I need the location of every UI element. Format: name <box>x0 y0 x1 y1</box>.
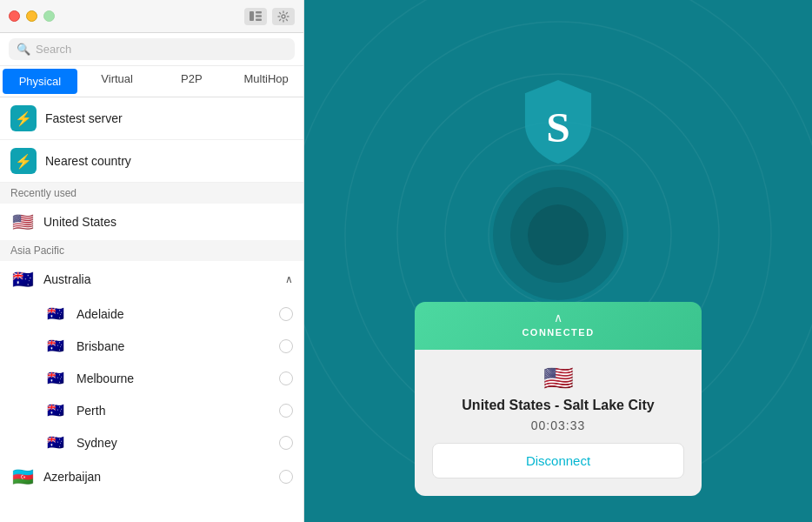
search-bar: 🔍 <box>0 33 303 66</box>
flag-perth: 🇦🇺 <box>43 402 68 418</box>
nearest-country-label: Nearest country <box>45 154 131 168</box>
svg-rect-1 <box>256 11 262 14</box>
city-row-adelaide[interactable]: 🇦🇺 Adelaide <box>0 298 303 330</box>
settings-button[interactable] <box>272 8 295 25</box>
city-name-adelaide: Adelaide <box>77 307 270 321</box>
server-list: ⚡ Fastest server ⚡ Nearest country Recen… <box>0 97 303 522</box>
sidebar: 🔍 Physical Virtual P2P MultiHop ⚡ Fastes… <box>0 0 304 522</box>
sidebar-toggle-button[interactable] <box>244 8 267 25</box>
flag-melbourne: 🇦🇺 <box>43 370 68 386</box>
tab-p2p[interactable]: P2P <box>155 66 230 97</box>
radio-adelaide[interactable] <box>279 307 293 321</box>
city-name-sydney: Sydney <box>77 436 270 450</box>
radio-azerbaijan[interactable] <box>279 470 293 484</box>
app-logo: S <box>519 78 597 165</box>
fastest-server-row[interactable]: ⚡ Fastest server <box>0 97 303 140</box>
main-panel: S ∧ CONNECTED 🇺🇸 United States - Salt La… <box>304 0 812 522</box>
chevron-up-icon: ∧ <box>285 273 293 285</box>
tab-multihop[interactable]: MultiHop <box>229 66 303 97</box>
minimize-traffic-light[interactable] <box>26 10 37 22</box>
search-icon: 🔍 <box>17 43 30 56</box>
city-row-melbourne[interactable]: 🇦🇺 Melbourne <box>0 362 303 394</box>
city-name-perth: Perth <box>77 404 270 418</box>
svg-point-12 <box>528 204 589 265</box>
fastest-server-label: Fastest server <box>45 111 123 125</box>
flag-australia: 🇦🇺 <box>10 269 35 290</box>
bolt-icon-fastest: ⚡ <box>10 105 37 131</box>
city-row-sydney[interactable]: 🇦🇺 Sydney <box>0 426 303 458</box>
titlebar <box>0 0 303 33</box>
country-row-us[interactable]: 🇺🇸 United States <box>0 204 303 240</box>
country-name-azerbaijan: Azerbaijan <box>43 470 270 484</box>
country-name-us: United States <box>43 215 293 229</box>
radio-perth[interactable] <box>279 404 293 418</box>
svg-rect-0 <box>250 11 254 21</box>
disconnect-button[interactable]: Disconnect <box>432 443 684 478</box>
info-flag: 🇺🇸 <box>543 364 574 392</box>
flag-azerbaijan: 🇦🇿 <box>10 466 35 487</box>
info-timer: 00:03:33 <box>531 418 586 432</box>
nearest-country-row[interactable]: ⚡ Nearest country <box>0 140 303 183</box>
connected-status-label: CONNECTED <box>522 327 594 338</box>
search-input[interactable] <box>36 43 287 56</box>
svg-point-4 <box>282 15 285 18</box>
radio-brisbane[interactable] <box>279 339 293 353</box>
country-name-australia: Australia <box>43 272 276 286</box>
connected-card-wrap: ∧ CONNECTED 🇺🇸 United States - Salt Lake… <box>304 302 812 522</box>
tab-physical[interactable]: Physical <box>3 69 77 94</box>
flag-adelaide: 🇦🇺 <box>43 305 68 322</box>
flag-us: 🇺🇸 <box>10 211 35 232</box>
city-row-perth[interactable]: 🇦🇺 Perth <box>0 394 303 426</box>
city-name-melbourne: Melbourne <box>77 371 270 385</box>
info-card: 🇺🇸 United States - Salt Lake City 00:03:… <box>415 350 702 496</box>
close-traffic-light[interactable] <box>9 10 20 22</box>
section-recently-used: Recently used <box>0 183 303 204</box>
search-input-wrap: 🔍 <box>9 38 295 60</box>
svg-rect-3 <box>256 19 262 22</box>
country-row-azerbaijan[interactable]: 🇦🇿 Azerbaijan <box>0 458 303 495</box>
flag-sydney: 🇦🇺 <box>43 434 68 451</box>
bolt-icon-nearest: ⚡ <box>10 148 37 174</box>
country-row-australia[interactable]: 🇦🇺 Australia ∧ <box>0 261 303 298</box>
radio-sydney[interactable] <box>279 436 293 450</box>
svg-rect-2 <box>256 15 262 17</box>
tab-bar: Physical Virtual P2P MultiHop <box>0 66 303 97</box>
svg-text:S: S <box>546 104 570 151</box>
section-asia-pacific: Asia Pacific <box>0 240 303 261</box>
connected-banner: ∧ CONNECTED <box>415 302 702 350</box>
tab-virtual[interactable]: Virtual <box>80 66 155 97</box>
info-location: United States - Salt Lake City <box>462 398 654 413</box>
flag-brisbane: 🇦🇺 <box>43 338 68 354</box>
city-row-brisbane[interactable]: 🇦🇺 Brisbane <box>0 330 303 362</box>
chevron-up-banner-icon: ∧ <box>554 311 562 325</box>
radio-melbourne[interactable] <box>279 371 293 385</box>
city-name-brisbane: Brisbane <box>77 339 270 353</box>
maximize-traffic-light[interactable] <box>43 10 55 22</box>
